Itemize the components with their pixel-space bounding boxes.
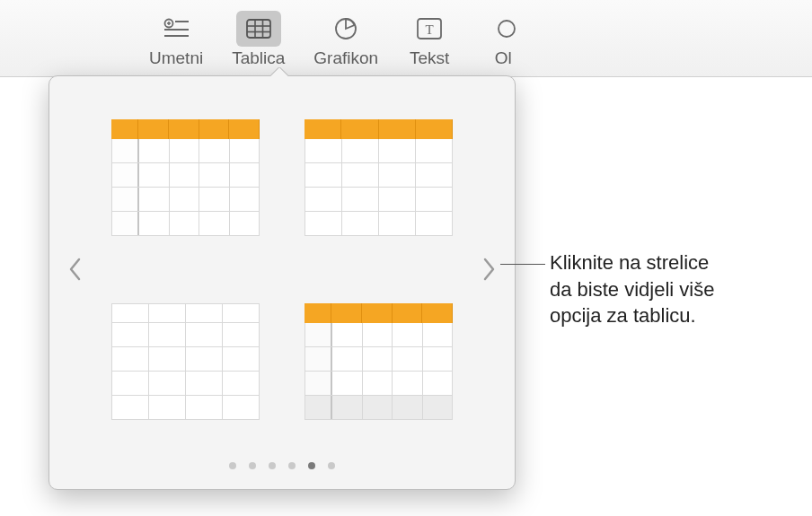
toolbar-item-shape[interactable]: Ol [481,11,525,68]
table-style-option-2[interactable] [300,103,457,251]
table-style-option-4[interactable] [300,287,457,435]
svg-point-14 [499,21,515,37]
page-dot[interactable] [328,462,335,469]
table-icon [236,11,281,47]
next-page-button[interactable] [473,233,506,305]
toolbar-label: Tekst [410,48,449,68]
page-dot[interactable] [229,462,236,469]
popover-arrow [270,67,288,76]
callout-leader-line [500,264,545,265]
toolbar-label: Tablica [232,48,285,68]
toolbar-item-text[interactable]: T Tekst [407,11,452,68]
callout-line-3: opcija za tablicu. [550,304,696,327]
page-indicator [49,462,515,489]
toolbar-label: Umetni [149,48,203,68]
page-dot[interactable] [269,462,276,469]
insert-icon [154,11,199,47]
chart-icon [323,11,368,47]
table-styles-popover [49,75,516,490]
toolbar-item-chart[interactable]: Grafikon [313,11,378,68]
toolbar: Umetni Tablica Grafikon T [0,0,812,77]
text-icon: T [407,11,452,47]
table-style-option-1[interactable] [107,103,264,251]
svg-text:T: T [426,22,434,37]
toolbar-label: Ol [495,48,512,68]
callout-line-2: da biste vidjeli više [550,278,714,301]
toolbar-item-insert[interactable]: Umetni [149,11,203,68]
toolbar-label: Grafikon [313,48,378,68]
svg-rect-6 [247,20,270,38]
table-style-option-3[interactable] [107,287,264,435]
table-styles-grid [91,76,473,462]
previous-page-button[interactable] [58,233,91,305]
page-dot-active[interactable] [308,462,315,469]
page-dot[interactable] [288,462,296,469]
callout-text: Kliknite na strelice da biste vidjeli vi… [550,249,714,329]
toolbar-item-table[interactable]: Tablica [232,11,285,68]
shape-icon [481,11,525,47]
callout-line-1: Kliknite na strelice [550,251,709,274]
page-dot[interactable] [249,462,256,469]
